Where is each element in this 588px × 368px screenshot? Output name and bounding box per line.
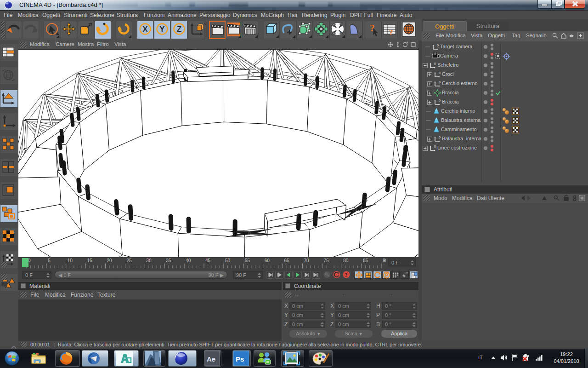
svg-text:80: 80 (343, 258, 349, 263)
svg-text:Ps: Ps (236, 355, 244, 363)
svg-text:40: 40 (186, 258, 191, 263)
svg-text:15: 15 (87, 258, 93, 263)
svg-text:30: 30 (146, 258, 152, 263)
svg-text:0: 0 (439, 80, 441, 84)
svg-text:75: 75 (323, 258, 329, 263)
svg-text:?: ? (389, 28, 393, 37)
svg-text:65: 65 (284, 258, 290, 263)
svg-text:0: 0 (439, 99, 441, 102)
svg-text:?: ? (345, 272, 348, 278)
svg-text:0: 0 (434, 62, 436, 65)
svg-text:45: 45 (205, 258, 211, 263)
svg-text:35: 35 (166, 258, 171, 263)
svg-text:50: 50 (225, 258, 231, 263)
svg-text:0: 0 (434, 145, 436, 148)
svg-text:90: 90 (383, 258, 386, 263)
svg-text:0: 0 (28, 258, 31, 263)
svg-text:5: 5 (48, 258, 51, 263)
svg-text:60: 60 (265, 258, 270, 263)
svg-text:0: 0 (437, 44, 439, 47)
svg-text:Ae: Ae (207, 355, 215, 363)
svg-text:85: 85 (363, 258, 368, 263)
svg-text:Y: Y (159, 25, 165, 34)
svg-text:25: 25 (126, 258, 132, 263)
svg-text:20: 20 (107, 258, 113, 263)
svg-text:X: X (142, 25, 148, 34)
svg-text:Z: Z (177, 25, 181, 34)
svg-text:0: 0 (439, 71, 441, 75)
svg-text:10: 10 (68, 258, 73, 263)
svg-text:55: 55 (245, 258, 250, 263)
svg-text:P: P (385, 272, 389, 278)
svg-text:0: 0 (439, 136, 441, 139)
svg-text:70: 70 (304, 258, 309, 263)
